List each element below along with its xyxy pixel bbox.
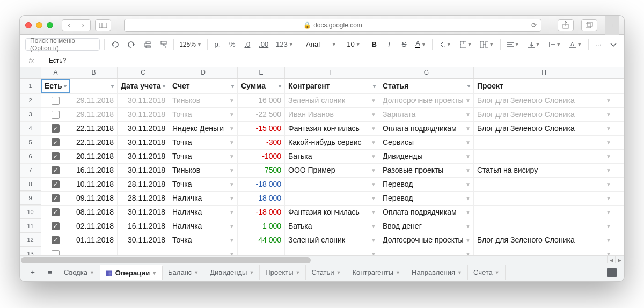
cell-accounting-date[interactable]: 16.11.2018 [118, 219, 169, 233]
borders-button[interactable]: ▼ [458, 38, 474, 51]
col-head-D[interactable]: D [169, 67, 238, 78]
dropdown-icon[interactable]: ▼ [465, 153, 471, 159]
cell-accounting-date[interactable] [118, 247, 169, 255]
cell-accounting-date[interactable]: 30.11.2018 [118, 164, 169, 177]
header-F[interactable]: Контрагент▾ [285, 79, 379, 93]
row-head[interactable]: 6 [20, 150, 41, 163]
dropdown-icon[interactable]: ▼ [465, 181, 471, 187]
cell-checkbox[interactable] [41, 164, 70, 177]
increase-decimal-button[interactable]: .00 [257, 38, 270, 51]
cell-date[interactable]: 20.11.2018 [70, 150, 118, 163]
filter-icon[interactable]: ▾ [279, 83, 281, 89]
cell-project[interactable]: Статья на висиру▼ [474, 164, 614, 177]
cell-date[interactable]: 16.11.2018 [70, 164, 118, 177]
cell-accounting-date[interactable]: 30.11.2018 [118, 150, 169, 163]
cell-project[interactable]: Блог для Зеленого Слоника▼ [474, 233, 614, 247]
wrap-button[interactable]: ▼ [547, 38, 564, 51]
header-D[interactable]: Счет▾ [169, 79, 238, 93]
cell-account[interactable]: Точка▼ [169, 150, 238, 163]
cell-date[interactable]: 29.11.2018 [70, 108, 118, 121]
checkbox-icon[interactable] [52, 236, 60, 244]
cell-account[interactable]: Точка▼ [169, 178, 238, 191]
row-head[interactable]: 9 [20, 192, 41, 205]
cell-checkbox[interactable] [41, 108, 70, 121]
chevron-down-icon[interactable]: ▼ [396, 270, 400, 275]
cell-category[interactable]: Перевод▼ [379, 178, 474, 191]
cell-amount[interactable]: -18 000 [238, 178, 285, 191]
cell-counterparty[interactable]: Зеленый слоник▼ [285, 94, 379, 107]
decrease-decimal-button[interactable]: .0 [242, 38, 253, 51]
cell-project[interactable]: ▼ [474, 178, 614, 191]
dropdown-icon[interactable]: ▼ [371, 251, 376, 255]
cell-date[interactable]: 02.11.2018 [70, 219, 118, 233]
dropdown-icon[interactable]: ▼ [606, 195, 611, 201]
cell-project[interactable]: Блог для Зеленого Слоника▼ [474, 108, 614, 121]
cell-amount[interactable]: -18 000 [238, 206, 285, 219]
cell-account[interactable]: Точка▼ [169, 233, 238, 247]
dropdown-icon[interactable]: ▼ [606, 223, 611, 229]
cell-project[interactable]: ▼ [474, 192, 614, 205]
chevron-down-icon[interactable]: ▼ [495, 270, 500, 275]
new-tab-button[interactable]: + [605, 16, 619, 35]
cell-accounting-date[interactable]: 30.11.2018 [118, 94, 169, 107]
row-head[interactable]: 1 [20, 79, 41, 93]
header-G[interactable]: Статья▾ [379, 79, 474, 93]
row-head[interactable]: 13 [20, 247, 41, 255]
cell-category[interactable]: Оплата подрядчикам▼ [379, 206, 474, 219]
chevron-down-icon[interactable]: ▼ [152, 270, 157, 276]
checkbox-icon[interactable] [52, 194, 60, 202]
dropdown-icon[interactable]: ▼ [229, 167, 235, 173]
cell-account[interactable]: ▼ [169, 247, 238, 255]
chevron-down-icon[interactable]: ▼ [457, 270, 462, 275]
col-head-E[interactable]: E [238, 67, 285, 78]
dropdown-icon[interactable]: ▼ [371, 195, 376, 201]
cell-account[interactable]: Наличка▼ [169, 219, 238, 233]
close-icon[interactable] [25, 22, 32, 28]
cell-account[interactable]: Точка▼ [169, 108, 238, 121]
dropdown-icon[interactable]: ▼ [229, 140, 235, 145]
cell-checkbox[interactable] [41, 122, 70, 135]
cell-category[interactable]: Долгосрочные проекты▼ [379, 94, 474, 107]
dropdown-icon[interactable]: ▼ [229, 153, 235, 159]
menu-search[interactable]: Поиск по меню (Option+/) [25, 38, 100, 51]
minimize-icon[interactable] [36, 22, 42, 28]
bold-button[interactable]: B [369, 38, 379, 51]
dropdown-icon[interactable]: ▼ [371, 112, 376, 118]
cell-amount[interactable]: -22 500 [238, 108, 285, 121]
cell-amount[interactable]: 44 000 [238, 233, 285, 247]
cell-account[interactable]: Точка▼ [169, 136, 238, 149]
chevron-down-icon[interactable]: ▼ [336, 270, 341, 275]
cell-counterparty[interactable]: ООО Пример▼ [285, 164, 379, 177]
cell-date[interactable]: 10.11.2018 [70, 178, 118, 191]
cell-accounting-date[interactable]: 30.11.2018 [118, 136, 169, 149]
cell-counterparty[interactable]: ▼ [285, 192, 379, 205]
dropdown-icon[interactable]: ▼ [606, 126, 611, 131]
cell-category[interactable]: Сервисы▼ [379, 136, 474, 149]
row-head[interactable]: 7 [20, 164, 41, 177]
dropdown-icon[interactable]: ▼ [371, 140, 376, 145]
print-button[interactable] [142, 38, 154, 51]
dropdown-icon[interactable]: ▼ [229, 195, 235, 201]
cell-counterparty[interactable]: ▼ [285, 247, 379, 255]
dropdown-icon[interactable]: ▼ [465, 126, 471, 131]
dropdown-icon[interactable]: ▼ [606, 112, 611, 118]
dropdown-icon[interactable]: ▼ [606, 209, 611, 215]
dropdown-icon[interactable]: ▼ [371, 223, 376, 229]
dropdown-icon[interactable]: ▼ [465, 223, 471, 229]
currency-button[interactable]: р. [212, 38, 223, 51]
cell-date[interactable]: 09.11.2018 [70, 192, 118, 205]
cell-project[interactable]: ▼ [474, 219, 614, 233]
explore-button[interactable] [604, 265, 620, 281]
address-bar[interactable]: 🔒 docs.google.com ⟳ [124, 19, 541, 32]
dropdown-icon[interactable]: ▼ [229, 251, 235, 255]
row-head[interactable]: 11 [20, 219, 41, 233]
formula-value[interactable]: Есть? [43, 57, 71, 64]
checkbox-icon[interactable] [52, 138, 60, 146]
cell-category[interactable]: ▼ [379, 247, 474, 255]
sheet-tab[interactable]: ▦Операции▼ [100, 265, 163, 280]
cell-amount[interactable]: -15 000 [238, 122, 285, 135]
dropdown-icon[interactable]: ▼ [229, 98, 235, 104]
col-head-F[interactable]: F [285, 67, 379, 78]
cell-category[interactable]: Зарплата▼ [379, 108, 474, 121]
share-button[interactable] [558, 19, 574, 31]
